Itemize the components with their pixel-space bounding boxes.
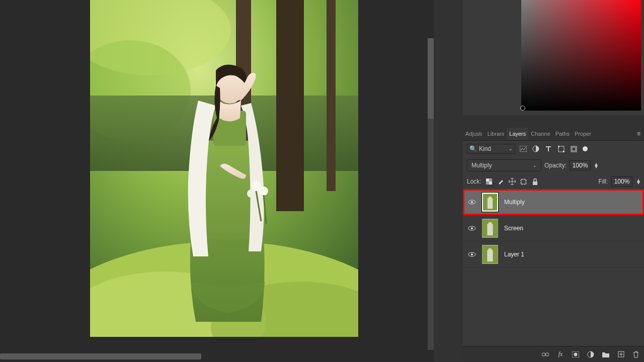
link-layers-icon[interactable] (541, 350, 549, 358)
svg-rect-20 (558, 146, 559, 147)
layer-filter-row: 🔍 Kind ⌄ (463, 141, 644, 157)
svg-point-30 (471, 201, 473, 203)
filter-smartobject-icon[interactable] (569, 144, 578, 153)
document-image[interactable] (90, 0, 358, 337)
svg-point-33 (489, 196, 492, 200)
panel-menu-icon[interactable]: ≡ (634, 130, 644, 137)
lock-paint-icon[interactable] (497, 177, 505, 186)
layer-name[interactable]: Layer 1 (504, 251, 524, 258)
canvas-vertical-scrollbar[interactable] (428, 38, 434, 350)
svg-rect-27 (521, 179, 526, 184)
scrollbar-thumb[interactable] (428, 38, 434, 119)
filter-kind-dropdown[interactable]: 🔍 Kind ⌄ (467, 144, 515, 154)
filter-kind-label: Kind (479, 145, 491, 152)
tab-channels[interactable]: Channe (528, 128, 553, 140)
color-field[interactable] (521, 0, 641, 111)
layer-name[interactable]: Multiply (504, 199, 525, 206)
filter-toggle[interactable] (583, 146, 588, 151)
opacity-stepper[interactable]: ▴▾ (595, 163, 598, 168)
fill-stepper[interactable]: ▴▾ (637, 179, 640, 184)
tab-libraries[interactable]: Librariı (485, 128, 507, 140)
delete-layer-icon[interactable] (632, 350, 640, 358)
filter-adjustment-icon[interactable] (531, 144, 540, 153)
layer-name[interactable]: Screen (504, 225, 523, 232)
panel-gutter (434, 0, 463, 362)
svg-point-40 (471, 253, 473, 255)
svg-point-43 (488, 248, 492, 252)
panel-divider (463, 116, 644, 127)
layer-style-icon[interactable]: fx (556, 350, 565, 358)
adjustment-layer-icon[interactable] (587, 350, 595, 358)
tab-paths[interactable]: Paths (553, 128, 572, 140)
svg-point-47 (574, 352, 578, 356)
svg-rect-44 (542, 353, 545, 356)
canvas-horizontal-scrollbar[interactable] (0, 353, 201, 359)
layer-row[interactable]: Screen (463, 215, 644, 241)
layer-thumbnail[interactable] (482, 193, 498, 212)
color-picker-panel (463, 0, 644, 116)
fill-label: Fill: (598, 178, 608, 185)
filter-pixel-icon[interactable] (519, 144, 528, 153)
layer-thumbnail[interactable] (482, 219, 498, 238)
filter-type-icon[interactable] (544, 144, 553, 153)
svg-rect-5 (276, 0, 304, 211)
svg-rect-45 (545, 353, 549, 356)
layer-row[interactable]: Multiply (463, 189, 644, 215)
fill-input[interactable]: 100% (611, 176, 632, 187)
visibility-toggle[interactable] (468, 252, 476, 257)
lock-position-icon[interactable] (508, 177, 516, 186)
canvas-area[interactable] (0, 0, 434, 362)
color-selector-ring[interactable] (520, 106, 525, 111)
layers-panel: Adjustı Librariı Layers Channe Paths Pro… (463, 127, 644, 362)
filter-shape-icon[interactable] (556, 144, 566, 153)
opacity-label: Opacity: (544, 162, 567, 169)
chevron-down-icon: ⌄ (509, 146, 513, 151)
svg-rect-25 (486, 178, 489, 182)
chevron-down-icon: ⌄ (533, 163, 537, 168)
tab-adjustments[interactable]: Adjustı (463, 128, 485, 140)
lock-label: Lock: (467, 178, 481, 185)
blend-mode-dropdown[interactable]: Multiply ⌄ (467, 159, 541, 171)
svg-rect-16 (521, 0, 641, 111)
svg-point-35 (471, 227, 473, 229)
svg-rect-28 (533, 182, 537, 185)
visibility-toggle[interactable] (468, 226, 476, 231)
svg-rect-26 (489, 182, 492, 185)
svg-rect-17 (520, 146, 527, 152)
layers-list: Multiply Screen Layer 1 (463, 189, 644, 267)
svg-rect-23 (572, 147, 576, 151)
svg-point-38 (488, 222, 492, 226)
layer-row[interactable]: Layer 1 (463, 241, 644, 267)
lock-transparency-icon[interactable] (485, 177, 493, 186)
new-layer-icon[interactable] (617, 350, 625, 358)
blend-mode-row: Multiply ⌄ Opacity: 100% ▴▾ (463, 157, 644, 174)
svg-point-14 (247, 190, 255, 198)
svg-point-13 (259, 187, 268, 196)
blend-mode-value: Multiply (471, 162, 492, 169)
visibility-toggle[interactable] (468, 200, 476, 205)
tab-properties[interactable]: Proper (572, 128, 594, 140)
lock-row: Lock: Fill: 100% ▴▾ (463, 174, 644, 189)
panel-tabs: Adjustı Librariı Layers Channe Paths Pro… (463, 127, 644, 141)
opacity-input[interactable]: 100% (570, 160, 591, 170)
layer-thumbnail[interactable] (482, 245, 498, 264)
svg-rect-6 (327, 0, 336, 191)
layer-mask-icon[interactable] (572, 350, 580, 358)
group-icon[interactable] (602, 350, 610, 358)
lock-all-icon[interactable] (531, 177, 539, 186)
lock-artboard-icon[interactable] (520, 177, 528, 186)
svg-rect-21 (563, 151, 565, 152)
search-icon: 🔍 (469, 145, 477, 152)
layers-footer: fx (463, 346, 644, 362)
tab-layers[interactable]: Layers (507, 128, 528, 140)
